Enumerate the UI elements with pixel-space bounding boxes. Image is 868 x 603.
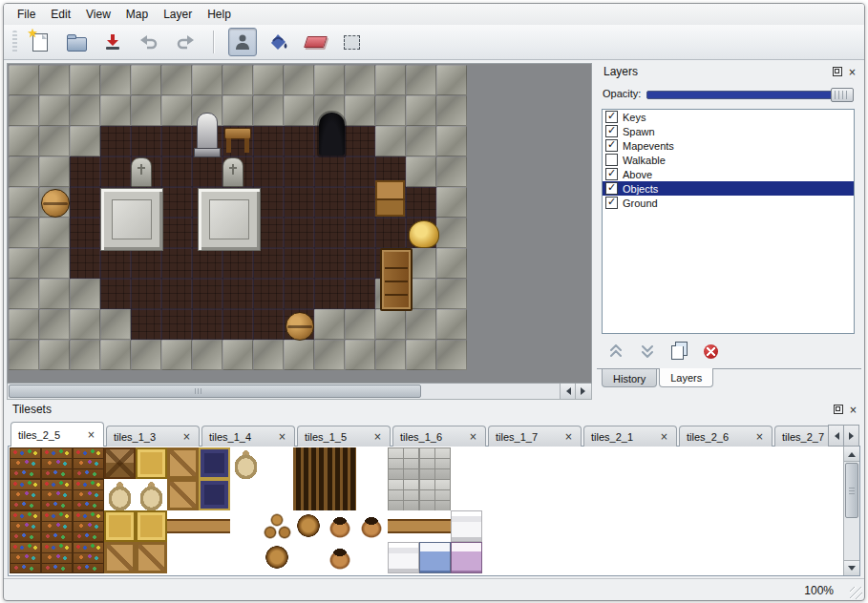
toolbar-handle[interactable] <box>12 31 17 53</box>
map-tile-stone-wall[interactable] <box>436 218 467 248</box>
map-tile-stone-wall[interactable] <box>345 95 375 126</box>
tab-close-icon[interactable]: × <box>754 432 765 443</box>
tileset-tile-empty[interactable] <box>451 447 482 479</box>
map-tile-stone-wall[interactable] <box>345 340 375 370</box>
tileset-tile-bench[interactable] <box>199 510 230 542</box>
tileset-tile-ladder[interactable] <box>293 447 325 479</box>
map-tile-floor[interactable] <box>284 156 314 187</box>
tileset-tile-bench[interactable] <box>388 510 419 542</box>
close-panel-button[interactable]: × <box>847 404 859 416</box>
tileset-tile-wood-crate[interactable] <box>136 542 167 573</box>
redo-button[interactable] <box>171 28 200 56</box>
map-tile-floor[interactable] <box>161 156 192 187</box>
map-tile-floor[interactable] <box>192 156 222 187</box>
open-file-button[interactable] <box>62 28 91 56</box>
map-tile-stone-wall[interactable] <box>284 65 314 95</box>
map-tile-floor[interactable] <box>222 309 253 340</box>
map-tile-floor[interactable] <box>345 126 375 156</box>
map-tile-stone-wall[interactable] <box>161 95 192 126</box>
tileset-tile-ladder[interactable] <box>325 447 356 479</box>
scroll-left-button[interactable] <box>560 384 576 399</box>
tileset-tile-navy-crate[interactable] <box>199 479 230 510</box>
map-tile-floor[interactable] <box>345 279 375 309</box>
map-tile-stone-wall[interactable] <box>9 218 39 248</box>
tileset-vertical-scrollbar[interactable] <box>843 447 859 575</box>
map-tile-stone-wall[interactable] <box>9 156 39 187</box>
tileset-tile-empty[interactable] <box>451 479 482 510</box>
scroll-up-button[interactable] <box>844 447 859 462</box>
opacity-slider[interactable] <box>646 87 854 101</box>
map-tile-stone-wall[interactable] <box>406 156 436 187</box>
map-tile-floor[interactable] <box>161 126 192 156</box>
map-tile-stone-wall[interactable] <box>9 248 39 279</box>
menu-item-help[interactable]: Help <box>200 6 239 23</box>
tileset-tab-tiles_2_5[interactable]: tiles_2_5× <box>11 422 104 447</box>
move-layer-down-button[interactable] <box>636 342 659 361</box>
map-tile-stone-wall[interactable] <box>406 95 436 126</box>
map-tile-floor[interactable] <box>131 248 161 279</box>
tileset-tile-barrel[interactable] <box>262 542 293 573</box>
tileset-tile-ladder[interactable] <box>293 479 325 510</box>
map-tile-floor[interactable] <box>345 248 375 279</box>
tileset-tile-gold-crate[interactable] <box>136 510 167 542</box>
map-tile-floor[interactable] <box>131 126 161 156</box>
tileset-tile-barrels[interactable] <box>262 510 293 542</box>
tileset-tile-shelf[interactable] <box>41 542 73 573</box>
map-tile-stone-wall[interactable] <box>39 65 70 95</box>
tileset-tab-tiles_1_3[interactable]: tiles_1_3× <box>106 426 200 447</box>
tileset-tile-shelf[interactable] <box>10 542 41 573</box>
map-tile-stone-wall[interactable] <box>131 340 161 370</box>
map-tile-stone-wall[interactable] <box>345 309 375 340</box>
tileset-tile-empty[interactable] <box>482 447 514 479</box>
tileset-tile-stone[interactable] <box>388 479 419 510</box>
layer-visibility-checkbox[interactable]: ✓ <box>605 182 618 195</box>
tileset-tab-tiles_1_6[interactable]: tiles_1_6× <box>392 426 486 447</box>
map-tile-floor[interactable] <box>192 279 222 309</box>
tileset-tile-empty[interactable] <box>262 447 293 479</box>
layer-row-spawn[interactable]: ✓Spawn <box>603 124 854 138</box>
map-tile-stone-wall[interactable] <box>284 95 314 126</box>
tileset-tile-stone[interactable] <box>388 447 419 479</box>
map-tile-floor[interactable] <box>222 279 253 309</box>
tileset-tile-shelf[interactable] <box>10 447 41 479</box>
map-tile-floor[interactable] <box>100 156 131 187</box>
tileset-tile-sack[interactable] <box>136 479 167 510</box>
map-tile-stone-wall[interactable] <box>39 156 70 187</box>
map-tile-floor[interactable] <box>314 279 345 309</box>
tileset-canvas[interactable] <box>10 447 515 574</box>
tab-close-icon[interactable]: × <box>563 432 574 443</box>
tileset-tile-empty[interactable] <box>230 479 262 510</box>
rect-select-tool-button[interactable] <box>337 28 366 56</box>
map-tile-floor[interactable] <box>345 218 375 248</box>
map-tile-floor[interactable] <box>253 309 284 340</box>
map-tile-stone-wall[interactable] <box>406 65 436 95</box>
tileset-tile-wood-crate[interactable] <box>167 479 199 510</box>
map-tile-stone-wall[interactable] <box>436 65 467 95</box>
map-tile-stone-wall[interactable] <box>9 187 39 218</box>
map-tile-stone-wall[interactable] <box>314 65 345 95</box>
tileset-tile-shelf[interactable] <box>10 510 41 542</box>
tileset-tile-shelf[interactable] <box>73 447 104 479</box>
map-horizontal-scrollbar[interactable] <box>7 384 592 400</box>
map-tile-floor[interactable] <box>161 279 192 309</box>
map-tile-stone-wall[interactable] <box>70 65 100 95</box>
tileset-tile-shelf[interactable] <box>41 447 73 479</box>
tileset-tile-empty[interactable] <box>230 542 262 573</box>
layer-visibility-checkbox[interactable]: ✓ <box>605 111 618 123</box>
tileset-tile-pot[interactable] <box>325 542 356 573</box>
map-tile-floor[interactable] <box>70 156 100 187</box>
resize-grip[interactable] <box>850 587 862 599</box>
map-tile-stone-wall[interactable] <box>39 279 70 309</box>
map-tile-stone-wall[interactable] <box>375 126 406 156</box>
map-tile-floor[interactable] <box>161 187 192 218</box>
tileset-tile-shelf[interactable] <box>73 542 104 573</box>
tileset-tab-tiles_2_6[interactable]: tiles_2_6× <box>679 426 773 447</box>
map-tile-stone-wall[interactable] <box>436 248 467 279</box>
tileset-tile-pot[interactable] <box>325 510 356 542</box>
tileset-tile-ladder[interactable] <box>325 479 356 510</box>
layer-list[interactable]: ✓Keys✓Spawn✓MapeventsWalkable✓Above✓Obje… <box>602 109 855 334</box>
tileset-tile-shelf[interactable] <box>41 510 73 542</box>
map-tile-floor[interactable] <box>253 126 284 156</box>
map-tile-stone-wall[interactable] <box>436 126 467 156</box>
map-tile-stone-wall[interactable] <box>70 309 100 340</box>
